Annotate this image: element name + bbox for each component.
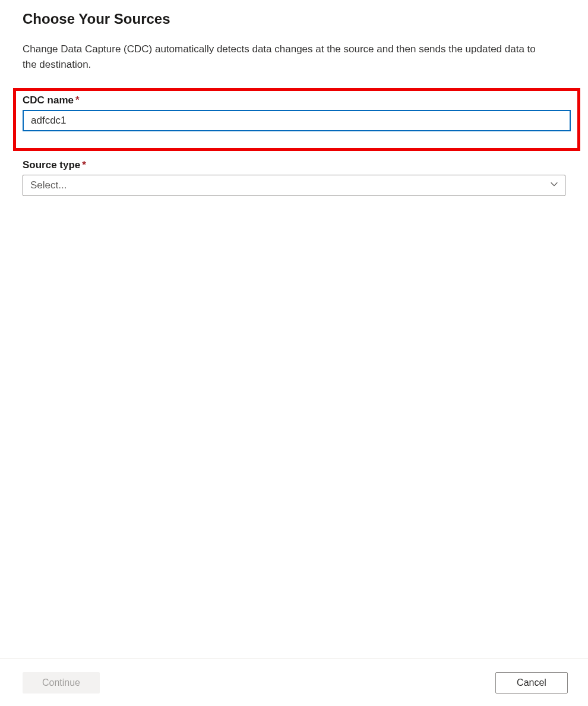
cdc-name-highlight-box: CDC name* (13, 88, 580, 151)
page-title: Choose Your Sources (23, 11, 565, 27)
source-type-placeholder: Select... (30, 179, 67, 191)
footer-bar: Continue Cancel (0, 658, 588, 706)
required-asterisk: * (82, 159, 86, 171)
cdc-name-input[interactable] (23, 110, 571, 131)
cancel-button[interactable]: Cancel (495, 672, 568, 694)
source-type-label: Source type* (23, 159, 565, 171)
required-asterisk: * (75, 94, 80, 106)
page-description: Change Data Capture (CDC) automatically … (23, 42, 545, 73)
source-type-label-text: Source type (23, 159, 80, 171)
cdc-name-label: CDC name* (23, 94, 571, 106)
continue-button[interactable]: Continue (23, 672, 100, 694)
source-type-select[interactable]: Select... (23, 175, 565, 196)
cdc-name-label-text: CDC name (23, 94, 74, 106)
